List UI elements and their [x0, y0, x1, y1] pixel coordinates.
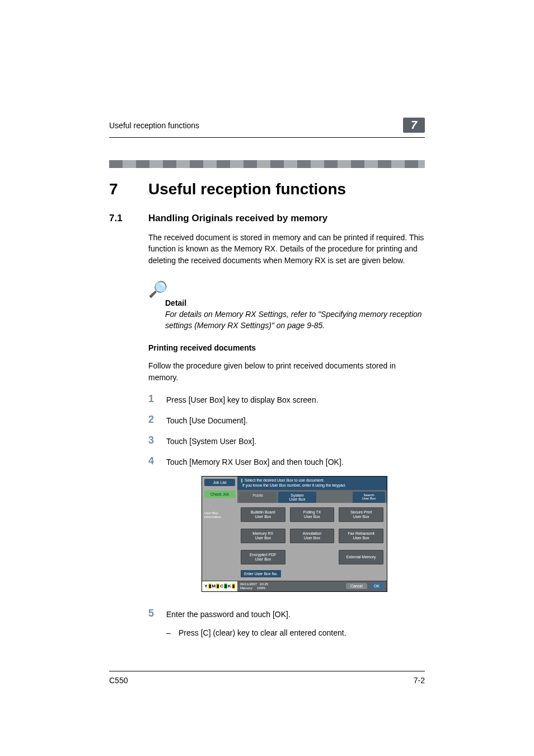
tab-system-user-box[interactable]: System User Box — [278, 492, 316, 503]
step-number: 4 — [148, 455, 166, 468]
magnifier-icon: 🔍 — [148, 282, 168, 297]
box-external-memory[interactable]: External Memory — [339, 550, 383, 564]
check-job-button[interactable]: Check Job — [204, 491, 235, 498]
subheading: Printing received documents — [148, 343, 425, 352]
stripe-divider — [109, 160, 425, 168]
box-polling-tx[interactable]: Polling TX User Box — [290, 507, 335, 522]
step-text: Touch [Memory RX User Box] and then touc… — [166, 455, 344, 468]
footer-page: 7-2 — [414, 676, 425, 685]
bookmark-icon: ❚ — [240, 478, 243, 482]
detail-label: Detail — [165, 298, 425, 307]
status-bar-text: 06/11/2007 20:25 Memory 100% — [237, 582, 346, 590]
tab-public[interactable]: Public — [239, 492, 277, 503]
step-text: Touch [System User Box]. — [166, 435, 256, 447]
tip-text: ❚Select the desired User Box to use docu… — [237, 477, 387, 490]
step-number: 3 — [148, 435, 166, 447]
h1-number: 7 — [109, 180, 148, 198]
h1-title: Useful reception functions — [148, 180, 346, 198]
box-fax-retransmit[interactable]: Fax Retransmit User Box — [339, 529, 383, 543]
box-encrypted-pdf[interactable]: Encrypted PDF User Box — [241, 550, 285, 564]
device-screenshot: Job List Check Job User Box Information … — [202, 476, 387, 592]
tab-search-user-box[interactable]: Search User Box — [353, 492, 385, 503]
ok-button[interactable]: OK — [369, 583, 384, 589]
step-text: Enter the password and touch [OK]. — [166, 608, 291, 620]
step-sub-bullet: – Press [C] (clear) key to clear all ent… — [166, 628, 425, 637]
box-bulletin-board[interactable]: Bulletin Board User Box — [241, 507, 285, 522]
step-text: Press [User Box] key to display Box scre… — [166, 393, 318, 406]
h2-title: Handling Originals received by memory — [148, 213, 327, 224]
job-list-button[interactable]: Job List — [204, 479, 235, 486]
box-memory-rx[interactable]: Memory RX User Box — [241, 529, 285, 543]
header-rule — [109, 137, 425, 138]
chapter-badge: 7 — [403, 118, 425, 133]
box-secure-print[interactable]: Secure Print User Box — [339, 507, 383, 522]
intro-paragraph: The received document is stored in memor… — [148, 232, 425, 266]
cancel-button[interactable]: Cancel — [346, 583, 367, 589]
step-number: 5 — [148, 608, 166, 620]
toner-status-icon: Y▮M▮C▮K▮ — [202, 581, 237, 591]
enter-user-box-no-button[interactable]: Enter User Box No. — [241, 570, 281, 577]
step-text: Touch [Use Document]. — [166, 414, 248, 427]
h2-number: 7.1 — [109, 213, 148, 224]
step-number: 2 — [148, 414, 166, 426]
user-box-info-label: User Box Information — [204, 511, 235, 519]
step-number: 1 — [148, 393, 166, 405]
detail-text: For details on Memory RX Settings, refer… — [165, 309, 425, 332]
lead-paragraph: Follow the procedure given below to prin… — [148, 360, 425, 383]
footer-model: C550 — [109, 676, 128, 685]
running-header: Useful reception functions — [109, 121, 199, 130]
box-annotation[interactable]: Annotation User Box — [290, 529, 335, 543]
